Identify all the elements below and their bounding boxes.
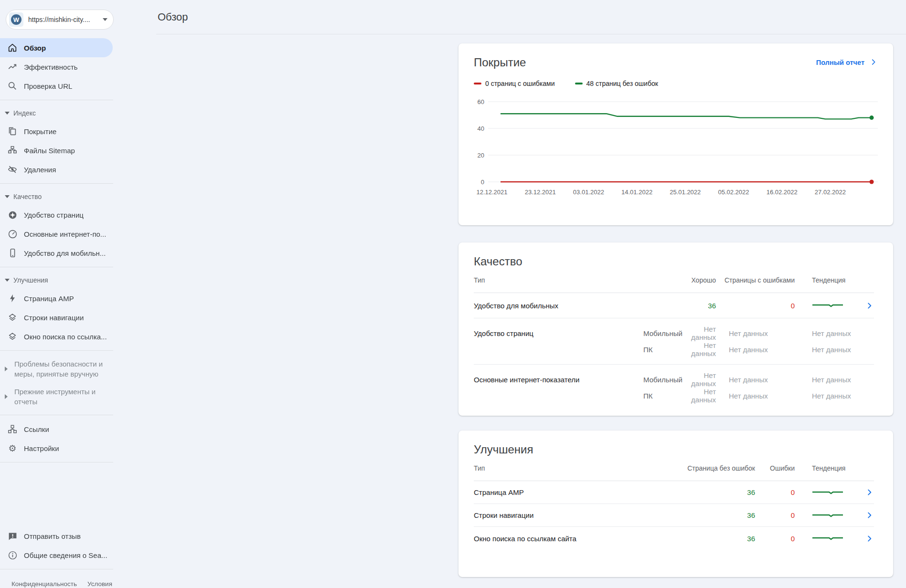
col-type: Тип	[474, 464, 684, 473]
chevron-right-icon	[869, 58, 878, 68]
device-label: Мобильный	[643, 376, 682, 384]
svg-text:12.12.2021: 12.12.2021	[476, 189, 507, 196]
device-label: ПК	[643, 346, 682, 354]
legend-swatch-red	[474, 83, 481, 84]
sidebar-item-sitelinks-searchbox[interactable]: Окно поиска по ссылка...	[0, 327, 113, 346]
info-icon	[7, 549, 18, 561]
page-experience-icon	[7, 209, 18, 220]
coverage-line-chart: 020406012.12.202123.12.202103.01.202214.…	[474, 87, 878, 203]
expand-triangle-icon	[5, 367, 8, 371]
eye-off-icon	[7, 164, 18, 175]
valid-count: 36	[684, 488, 755, 496]
table-row-group: Основные интернет-показатели Мобильный Н…	[474, 365, 874, 410]
enhancements-card: Улучшения Тип Страница без ошибок Ошибки…	[458, 430, 893, 577]
section-header-enhancements[interactable]: Улучшения	[0, 272, 119, 289]
sidebar-item-links[interactable]: Ссылки	[0, 420, 113, 439]
gear-icon: ⚙	[7, 442, 18, 454]
divider	[0, 350, 113, 351]
section-header-quality[interactable]: Качество	[0, 188, 119, 205]
table-row[interactable]: Строки навигации 36 0	[474, 504, 874, 527]
property-url: https://mishkin-city....	[28, 16, 100, 23]
layers-icon	[7, 331, 18, 342]
sidebar-group-legacy-tools[interactable]: Прежние инструменты и отчеты	[0, 383, 119, 410]
legend-errors: 0 страниц с ошибками	[474, 80, 555, 87]
sidebar-item-feedback[interactable]: Отправить отзыв	[0, 526, 113, 546]
col-errors: Страницы с ошибками	[716, 276, 795, 285]
trend-sparkline	[795, 489, 862, 496]
privacy-link[interactable]: Конфиденциальность	[11, 580, 77, 588]
quality-table-header: Тип Хорошо Страницы с ошибками Тенденция	[474, 268, 874, 293]
svg-text:03.01.2022: 03.01.2022	[573, 189, 604, 196]
legend-swatch-green	[575, 83, 583, 84]
section-header-index[interactable]: Индекс	[0, 105, 119, 122]
trend-sparkline	[795, 512, 862, 519]
table-row[interactable]: Удобство для мобильных 36 0	[474, 293, 874, 318]
col-valid: Страница без ошибок	[684, 464, 755, 473]
sidebar-item-core-web-vitals[interactable]: Основные интернет-по...	[0, 224, 113, 243]
sidebar-item-url-inspection[interactable]: Проверка URL	[0, 76, 113, 95]
sidebar-item-sitemaps[interactable]: Файлы Sitemap	[0, 141, 113, 160]
wordpress-icon: W	[9, 12, 23, 27]
divider	[0, 462, 113, 462]
sidebar-item-mobile-usability[interactable]: Удобство для мобильн...	[0, 243, 113, 262]
divider	[0, 183, 113, 184]
coverage-card: Покрытие Полный отчет 0 страниц с ошибка…	[458, 43, 893, 225]
row-chevron-button[interactable]	[862, 511, 874, 520]
enhancements-card-title: Улучшения	[474, 443, 874, 456]
sidebar-group-security[interactable]: Проблемы безопасности и меры, принятые в…	[0, 355, 119, 383]
sitemap-icon	[7, 145, 18, 156]
row-chevron-button[interactable]	[862, 301, 874, 310]
quality-card-title: Качество	[474, 255, 874, 268]
svg-text:20: 20	[478, 152, 484, 159]
chart-legend: 0 страниц с ошибками 48 страниц без ошиб…	[474, 80, 878, 87]
trend-sparkline	[795, 535, 862, 542]
table-row-group: Удобство страниц Мобильный Нет данных Не…	[474, 318, 874, 365]
table-row[interactable]: Страница AMP 36 0	[474, 481, 874, 504]
svg-text:27.02.2022: 27.02.2022	[815, 189, 846, 196]
row-chevron-button[interactable]	[862, 488, 874, 497]
full-report-link[interactable]: Полный отчет	[816, 58, 878, 68]
col-trend: Тенденция	[795, 464, 862, 473]
device-label: ПК	[643, 392, 682, 400]
svg-text:60: 60	[478, 98, 484, 105]
svg-text:25.01.2022: 25.01.2022	[670, 189, 701, 196]
sidebar-item-overview[interactable]: Обзор	[0, 38, 113, 57]
row-chevron-button[interactable]	[862, 534, 874, 543]
svg-text:23.12.2021: 23.12.2021	[525, 189, 556, 196]
valid-count: 36	[684, 535, 755, 543]
error-count: 0	[755, 535, 795, 543]
coverage-icon	[7, 126, 18, 137]
divider	[0, 569, 113, 569]
sidebar-item-coverage[interactable]: Покрытие	[0, 122, 113, 141]
sidebar-item-about-search-console[interactable]: Общие сведения о Sea...	[0, 546, 113, 565]
sidebar-item-breadcrumbs[interactable]: Строки навигации	[0, 308, 113, 327]
sidebar-item-performance[interactable]: Эффективность	[0, 57, 113, 76]
quality-card: Качество Тип Хорошо Страницы с ошибками …	[458, 242, 893, 416]
table-row[interactable]: Окно поиска по ссылкам сайта 36 0	[474, 527, 874, 550]
sidebar-item-amp[interactable]: Страница AMP	[0, 289, 113, 308]
feedback-icon	[7, 530, 18, 542]
property-selector[interactable]: W https://mishkin-city....	[6, 10, 114, 30]
performance-icon	[7, 61, 18, 73]
page-title: Обзор	[158, 11, 188, 23]
svg-text:0: 0	[481, 178, 484, 186]
error-count: 0	[755, 511, 795, 519]
sidebar-item-settings[interactable]: ⚙ Настройки	[0, 439, 113, 458]
error-count: 0	[716, 302, 795, 310]
page-header: Обзор	[119, 0, 906, 34]
sidebar-item-page-experience[interactable]: Удобство страниц	[0, 205, 113, 224]
mobile-icon	[7, 247, 18, 259]
good-count: 36	[682, 302, 716, 310]
coverage-card-title: Покрытие	[474, 56, 526, 69]
sidebar-item-removals[interactable]: Удаления	[0, 160, 113, 179]
lightning-icon	[7, 293, 18, 304]
valid-count: 36	[684, 511, 755, 519]
terms-link[interactable]: Условия	[87, 580, 112, 588]
collapse-triangle-icon	[5, 112, 10, 115]
main-content: Обзор Покрытие Полный отчет 0 страниц с …	[119, 0, 906, 588]
svg-text:16.02.2022: 16.02.2022	[767, 189, 798, 196]
links-icon	[7, 423, 18, 435]
collapse-triangle-icon	[5, 195, 10, 198]
divider	[0, 267, 113, 267]
collapse-triangle-icon	[5, 279, 10, 282]
